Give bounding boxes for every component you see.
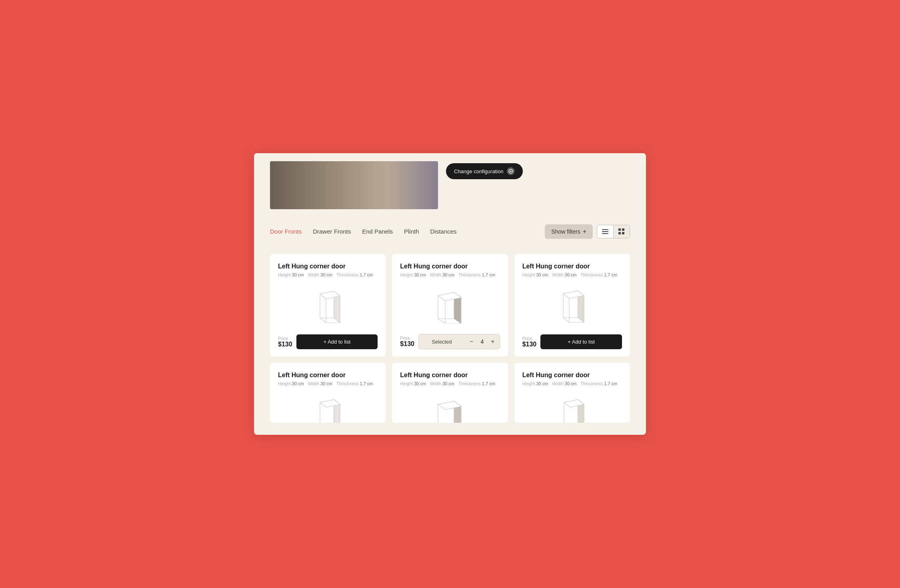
- spec-height: Height 30 cm: [278, 272, 304, 277]
- spec-width: Width 30 cm: [552, 381, 576, 386]
- view-toggle: [597, 225, 630, 238]
- product-card: Left Hung corner door Height 30 cm Width…: [270, 363, 386, 423]
- product-title: Left Hung corner door: [400, 372, 500, 379]
- hero-right: Change configuration: [446, 161, 523, 179]
- show-filters-button[interactable]: Show filters +: [545, 224, 593, 239]
- change-config-label: Change configuration: [454, 168, 504, 174]
- price-value: $130: [522, 341, 537, 348]
- hero-section: Change configuration: [254, 153, 646, 217]
- product-footer: Price $130 + Add to list: [522, 334, 622, 349]
- nav-section: Door Fronts Drawer Fronts End Panels Pli…: [254, 217, 646, 246]
- tab-end-panels[interactable]: End Panels: [362, 228, 393, 236]
- product-specs: Height 30 cm Width 30 cm Thinckness 1.7 …: [278, 272, 378, 277]
- spec-width: Width 30 cm: [430, 272, 454, 277]
- price-section: Price $130: [400, 336, 414, 348]
- spec-width: Width 30 cm: [308, 381, 332, 386]
- spec-height: Height 30 cm: [522, 272, 548, 277]
- spec-thickness: Thinckness 1.7 cm: [581, 272, 618, 277]
- spec-thickness: Thinckness 1.7 cm: [458, 272, 495, 277]
- product-specs: Height 30 cm Width 30 cm Thinckness 1.7 …: [522, 272, 622, 277]
- product-title: Left Hung corner door: [278, 372, 378, 379]
- price-section: Price $130: [278, 336, 292, 348]
- list-view-icon: [602, 229, 608, 234]
- tab-plinth[interactable]: Plinth: [404, 228, 419, 236]
- selected-label: Selected: [419, 339, 465, 345]
- tab-door-fronts[interactable]: Door Fronts: [270, 228, 302, 236]
- spec-thickness: Thinckness 1.7 cm: [336, 272, 373, 277]
- price-section: Price $130: [522, 336, 537, 348]
- change-config-button[interactable]: Change configuration: [446, 163, 523, 179]
- add-to-list-button[interactable]: + Add to list: [296, 334, 378, 349]
- spec-thickness: Thinckness 1.7 cm: [458, 381, 495, 386]
- nav-tabs: Door Fronts Drawer Fronts End Panels Pli…: [270, 228, 456, 236]
- tab-distances[interactable]: Distances: [430, 228, 457, 236]
- product-image: [278, 284, 378, 328]
- product-title: Left Hung corner door: [400, 263, 500, 270]
- selected-control: Selected − 4 +: [418, 334, 500, 349]
- product-specs: Height 30 cm Width 30 cm Thinckness 1.7 …: [522, 381, 622, 386]
- price-value: $130: [278, 341, 292, 348]
- spec-width: Width 30 cm: [430, 381, 454, 386]
- price-label: Price: [400, 336, 414, 340]
- main-container: Change configuration Door Fronts Drawer …: [254, 153, 646, 435]
- plus-icon: +: [583, 228, 586, 235]
- quantity-value: 4: [478, 338, 486, 345]
- product-title: Left Hung corner door: [522, 372, 622, 379]
- spec-width: Width 30 cm: [552, 272, 576, 277]
- product-image: [400, 392, 500, 423]
- config-icon: [507, 167, 515, 175]
- price-label: Price: [522, 336, 537, 341]
- product-card: Left Hung corner door Height 30 cm Width…: [392, 363, 508, 423]
- show-filters-label: Show filters: [551, 228, 580, 235]
- svg-line-10: [438, 319, 445, 324]
- product-card: Left Hung corner door Height 30 cm Width…: [392, 254, 508, 356]
- spec-height: Height 30 cm: [400, 272, 426, 277]
- product-image: [522, 392, 622, 423]
- add-to-list-button[interactable]: + Add to list: [540, 334, 622, 349]
- hero-image: [270, 161, 438, 209]
- price-label: Price: [278, 336, 292, 341]
- tab-drawer-fronts[interactable]: Drawer Fronts: [313, 228, 351, 236]
- product-image: [522, 284, 622, 328]
- product-image: [278, 392, 378, 423]
- product-title: Left Hung corner door: [278, 263, 378, 270]
- spec-thickness: Thinckness 1.7 cm: [336, 381, 373, 386]
- svg-line-16: [563, 318, 569, 322]
- product-specs: Height 30 cm Width 30 cm Thinckness 1.7 …: [400, 272, 500, 277]
- price-value: $130: [400, 340, 414, 348]
- nav-right: Show filters +: [545, 224, 630, 239]
- product-footer: Price $130 Selected − 4 +: [400, 334, 500, 349]
- spec-height: Height 30 cm: [278, 381, 304, 386]
- list-view-button[interactable]: [597, 225, 614, 238]
- product-footer: Price $130 + Add to list: [278, 334, 378, 349]
- spec-height: Height 30 cm: [400, 381, 426, 386]
- quantity-increase-button[interactable]: +: [486, 334, 499, 349]
- spec-width: Width 30 cm: [308, 272, 332, 277]
- product-card: Left Hung corner door Height 30 cm Width…: [514, 254, 630, 356]
- svg-line-4: [320, 318, 326, 323]
- product-card: Left Hung corner door Height 30 cm Width…: [514, 363, 630, 423]
- product-specs: Height 30 cm Width 30 cm Thinckness 1.7 …: [278, 381, 378, 386]
- product-image: [400, 284, 500, 328]
- product-title: Left Hung corner door: [522, 263, 622, 270]
- product-card: Left Hung corner door Height 30 cm Width…: [270, 254, 386, 356]
- spec-height: Height 30 cm: [522, 381, 548, 386]
- spec-thickness: Thinckness 1.7 cm: [581, 381, 618, 386]
- quantity-decrease-button[interactable]: −: [465, 334, 478, 349]
- product-grid: Left Hung corner door Height 30 cm Width…: [270, 254, 630, 423]
- products-section: Left Hung corner door Height 30 cm Width…: [254, 246, 646, 435]
- product-specs: Height 30 cm Width 30 cm Thinckness 1.7 …: [400, 381, 500, 386]
- grid-view-icon: [618, 228, 625, 235]
- grid-view-button[interactable]: [614, 225, 630, 238]
